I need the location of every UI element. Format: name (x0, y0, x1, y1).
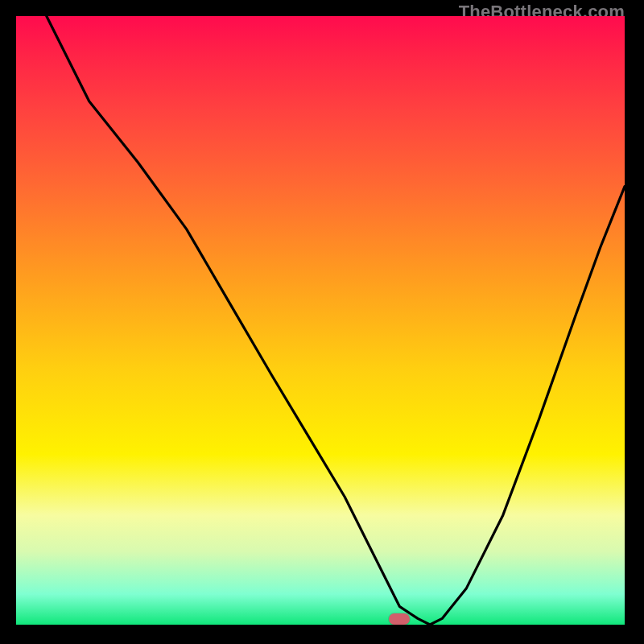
bottleneck-curve (47, 16, 625, 625)
chart-container: { "watermark": "TheBottleneck.com", "cha… (0, 0, 644, 644)
optimal-point-marker (389, 613, 410, 625)
plot-area (16, 16, 625, 625)
curve-svg (16, 16, 625, 625)
